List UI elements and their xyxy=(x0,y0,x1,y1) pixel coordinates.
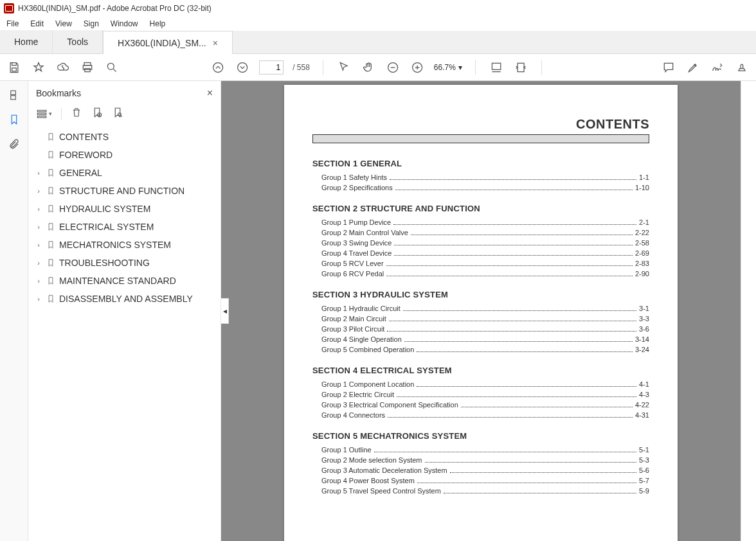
expand-icon[interactable]: › xyxy=(35,187,42,195)
svg-point-4 xyxy=(107,63,114,69)
fit-page-icon[interactable] xyxy=(513,60,528,75)
page-total: / 558 xyxy=(292,63,310,72)
menu-file[interactable]: File xyxy=(6,19,19,28)
tab-tools[interactable]: Tools xyxy=(53,30,103,53)
toc-page: 5-1 xyxy=(639,446,649,454)
stamp-icon[interactable] xyxy=(734,60,750,75)
thumbnails-panel-icon[interactable] xyxy=(8,89,21,102)
toc-page: 3-1 xyxy=(639,305,649,312)
menu-sign[interactable]: Sign xyxy=(84,19,99,28)
toc-row: Group 4 Connectors4-31 xyxy=(321,411,649,420)
menu-view[interactable]: View xyxy=(55,19,72,28)
delete-bookmark-icon[interactable] xyxy=(71,107,82,120)
tab-close-icon[interactable]: × xyxy=(213,38,218,48)
toc-row: Group 2 Mode selection System5-3 xyxy=(321,456,649,465)
bookmark-item[interactable]: ›MAINTENANCE STANDARD xyxy=(33,272,215,290)
search-icon[interactable] xyxy=(104,60,120,75)
toc-leader xyxy=(389,321,636,321)
bookmarks-toolbar: ▾ xyxy=(28,104,221,125)
panel-close-icon[interactable]: × xyxy=(207,87,213,99)
bookmark-item[interactable]: ›TROUBLESHOOTING xyxy=(33,254,215,272)
window-title: HX360L(INDIA)_SM.pdf - Adobe Acrobat Pro… xyxy=(18,4,212,13)
tab-home[interactable]: Home xyxy=(0,30,53,53)
bookmark-item[interactable]: ›DISASSEMBLY AND ASSEMBLY xyxy=(33,290,215,308)
new-bookmark-icon[interactable] xyxy=(91,107,103,120)
document-view[interactable]: CONTENTS SECTION 1 GENERALGroup 1 Safety… xyxy=(221,81,741,541)
bookmark-item[interactable]: ›STRUCTURE AND FUNCTION xyxy=(33,182,215,200)
bookmarks-panel: Bookmarks × ▾ CONTENTSFOREWORD›GENERAL›S… xyxy=(28,81,221,541)
toc-leader xyxy=(390,179,636,180)
page-number-input[interactable] xyxy=(259,60,284,75)
doc-contents-bar xyxy=(312,134,649,143)
tab-document[interactable]: HX360L(INDIA)_SM... × xyxy=(103,31,233,54)
toc-row: Group 3 Electrical Component Specificati… xyxy=(321,401,649,409)
sign-icon[interactable] xyxy=(710,60,725,75)
highlight-icon[interactable] xyxy=(685,60,701,75)
save-icon[interactable] xyxy=(6,60,22,75)
bookmark-item[interactable]: CONTENTS xyxy=(33,128,215,146)
zoom-select[interactable]: 66.7%▾ xyxy=(434,63,462,72)
toc-leader xyxy=(444,493,636,493)
comment-icon[interactable] xyxy=(661,60,676,75)
bookmarks-panel-icon[interactable] xyxy=(8,113,21,126)
toc-label: Group 1 Pump Device xyxy=(321,218,391,226)
toc-leader xyxy=(374,452,636,452)
bookmarks-title: Bookmarks xyxy=(36,88,81,98)
hand-tool-icon[interactable] xyxy=(361,60,376,75)
toc-label: Group 3 Swing Device xyxy=(321,239,392,247)
menu-help[interactable]: Help xyxy=(150,19,166,28)
toc-row: Group 4 Single Operation3-14 xyxy=(321,335,649,344)
toc-label: Group 4 Power Boost System xyxy=(321,477,415,484)
expand-icon[interactable]: › xyxy=(35,241,42,249)
bookmark-item[interactable]: ›HYDRAULIC SYSTEM xyxy=(33,200,215,218)
toc-page: 2-69 xyxy=(635,249,649,257)
bookmark-item[interactable]: ›ELECTRICAL SYSTEM xyxy=(33,218,215,236)
page-down-icon[interactable] xyxy=(235,60,250,75)
toc-leader xyxy=(393,224,636,225)
expand-icon[interactable]: › xyxy=(35,169,42,177)
bookmark-options-icon[interactable]: ▾ xyxy=(36,108,52,120)
svg-rect-18 xyxy=(37,113,46,114)
print-icon[interactable] xyxy=(80,60,95,75)
menu-edit[interactable]: Edit xyxy=(30,19,44,28)
zoom-out-icon[interactable] xyxy=(385,60,401,75)
toc-page: 1-1 xyxy=(639,173,649,181)
menu-window[interactable]: Window xyxy=(111,19,138,28)
toc-leader xyxy=(386,265,633,266)
bookmark-item[interactable]: ›MECHATRONICS SYSTEM xyxy=(33,236,215,254)
bookmark-label: DISASSEMBLY AND ASSEMBLY xyxy=(59,294,193,304)
expand-icon[interactable]: › xyxy=(35,223,42,231)
find-bookmark-icon[interactable] xyxy=(112,107,123,120)
fit-width-icon[interactable] xyxy=(489,60,504,75)
main-toolbar: / 558 66.7%▾ xyxy=(0,54,756,81)
selection-tool-icon[interactable] xyxy=(336,60,352,75)
page-up-icon[interactable] xyxy=(210,60,226,75)
bookmark-item[interactable]: FOREWORD xyxy=(33,146,215,164)
attachments-panel-icon[interactable] xyxy=(8,137,21,150)
bookmark-item[interactable]: ›GENERAL xyxy=(33,164,215,182)
zoom-in-icon[interactable] xyxy=(410,60,425,75)
toc-label: Group 5 Combined Operation xyxy=(321,346,414,353)
bookmark-label: ELECTRICAL SYSTEM xyxy=(59,222,154,232)
toc-row: Group 2 Electric Circuit4-3 xyxy=(321,391,649,399)
tabbar: Home Tools HX360L(INDIA)_SM... × xyxy=(0,31,756,54)
star-icon[interactable] xyxy=(31,60,46,75)
bookmark-label: HYDRAULIC SYSTEM xyxy=(59,204,150,214)
expand-icon[interactable]: › xyxy=(35,277,42,285)
toc-row: Group 3 Automatic Deceleration System5-6 xyxy=(321,466,649,475)
toc-page: 1-10 xyxy=(635,184,649,191)
expand-icon[interactable]: › xyxy=(35,295,42,303)
toolbar-divider xyxy=(323,60,323,75)
toc-label: Group 3 Pilot Circuit xyxy=(321,325,384,333)
bookmarks-tree[interactable]: CONTENTSFOREWORD›GENERAL›STRUCTURE AND F… xyxy=(28,125,221,310)
right-tools-strip[interactable] xyxy=(741,81,756,541)
cloud-sync-icon[interactable] xyxy=(55,60,71,75)
panel-collapse-handle[interactable]: ◂ xyxy=(221,298,229,324)
toc-row: Group 5 Combined Operation3-24 xyxy=(321,346,649,354)
expand-icon[interactable]: › xyxy=(35,205,42,213)
toc-row: Group 3 Swing Device2-58 xyxy=(321,239,649,247)
section-title: SECTION 2 STRUCTURE AND FUNCTION xyxy=(312,204,649,213)
toc-leader xyxy=(397,396,636,397)
expand-icon[interactable]: › xyxy=(35,259,42,267)
toc-row: Group 1 Safety Hints1-1 xyxy=(321,173,649,182)
